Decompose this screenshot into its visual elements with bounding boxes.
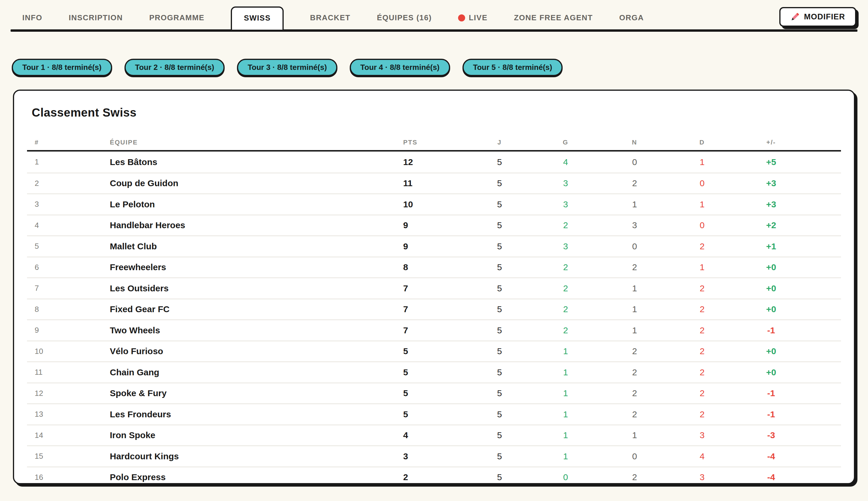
tab-label: ORGA xyxy=(619,13,644,22)
table-row: 10 Vélo Furioso 5 5 1 2 2 +0 xyxy=(27,341,841,362)
tab-bracket[interactable]: BRACKET xyxy=(310,13,351,29)
played-cell: 5 xyxy=(469,157,530,167)
round-pill-3[interactable]: Tour 3 · 8/8 terminé(s) xyxy=(237,59,337,76)
points-cell: 11 xyxy=(378,178,469,188)
goal-diff-cell: +0 xyxy=(736,304,806,314)
losses-cell: 2 xyxy=(668,284,736,294)
points-cell: 12 xyxy=(378,157,469,167)
round-pill-5[interactable]: Tour 5 · 8/8 terminé(s) xyxy=(462,59,563,76)
team-name-cell: Les Bâtons xyxy=(102,157,378,167)
table-row: 8 Fixed Gear FC 7 5 2 1 2 +0 xyxy=(27,299,841,320)
round-pill-list: Tour 1 · 8/8 terminé(s)Tour 2 · 8/8 term… xyxy=(12,59,868,76)
table-row: 1 Les Bâtons 12 5 4 0 1 +5 xyxy=(27,151,841,173)
pencil-icon xyxy=(791,13,799,21)
team-name-cell: Iron Spoke xyxy=(102,430,378,440)
draws-cell: 2 xyxy=(601,178,668,188)
wins-cell: 2 xyxy=(530,220,601,230)
points-cell: 7 xyxy=(378,304,469,314)
tab-info[interactable]: INFO xyxy=(22,13,42,29)
tab-programme[interactable]: PROGRAMME xyxy=(149,13,204,29)
goal-diff-cell: -3 xyxy=(736,430,806,440)
wins-cell: 1 xyxy=(530,346,601,356)
goal-diff-cell: +5 xyxy=(736,157,806,167)
tab-swiss[interactable]: SWISS xyxy=(231,7,283,30)
draws-cell: 0 xyxy=(601,242,668,252)
draws-cell: 2 xyxy=(601,472,668,482)
points-cell: 5 xyxy=(378,388,469,398)
goal-diff-cell: +0 xyxy=(736,262,806,272)
rank-cell: 7 xyxy=(27,284,102,293)
draws-cell: 2 xyxy=(601,346,668,356)
wins-cell: 1 xyxy=(530,367,601,377)
rank-cell: 3 xyxy=(27,200,102,209)
goal-diff-cell: -4 xyxy=(736,472,806,482)
tab-quipes-16[interactable]: ÉQUIPES (16) xyxy=(377,13,432,29)
goal-diff-cell: +3 xyxy=(736,199,806,210)
played-cell: 5 xyxy=(469,304,530,314)
tab-inscription[interactable]: INSCRIPTION xyxy=(69,13,123,29)
rank-cell: 12 xyxy=(27,389,102,398)
rank-cell: 13 xyxy=(27,410,102,419)
draws-cell: 0 xyxy=(601,451,668,461)
round-pill-2[interactable]: Tour 2 · 8/8 terminé(s) xyxy=(125,59,225,76)
points-cell: 7 xyxy=(378,326,469,335)
played-cell: 5 xyxy=(469,178,530,188)
points-cell: 2 xyxy=(378,472,469,482)
col-header-team: ÉQUIPE xyxy=(102,139,378,146)
played-cell: 5 xyxy=(469,367,530,377)
round-pill-1[interactable]: Tour 1 · 8/8 terminé(s) xyxy=(12,59,112,76)
losses-cell: 2 xyxy=(668,242,736,252)
rank-cell: 2 xyxy=(27,179,102,188)
wins-cell: 2 xyxy=(530,326,601,335)
tab-label: ZONE FREE AGENT xyxy=(514,13,593,22)
losses-cell: 4 xyxy=(668,451,736,461)
card-title: Classement Swiss xyxy=(27,106,841,119)
wins-cell: 2 xyxy=(530,262,601,272)
losses-cell: 2 xyxy=(668,409,736,419)
goal-diff-cell: -1 xyxy=(736,388,806,398)
modify-button[interactable]: MODIFIER xyxy=(779,7,856,27)
losses-cell: 2 xyxy=(668,367,736,377)
team-name-cell: Spoke & Fury xyxy=(102,388,378,398)
points-cell: 5 xyxy=(378,367,469,377)
played-cell: 5 xyxy=(469,346,530,356)
points-cell: 5 xyxy=(378,409,469,419)
col-header-n: N xyxy=(601,139,668,146)
col-header-rank: # xyxy=(27,139,102,146)
tab-label: ÉQUIPES (16) xyxy=(377,13,432,22)
played-cell: 5 xyxy=(469,409,530,419)
wins-cell: 4 xyxy=(530,157,601,167)
rank-cell: 8 xyxy=(27,305,102,314)
tab-label: LIVE xyxy=(469,13,487,22)
played-cell: 5 xyxy=(469,451,530,461)
modify-button-label: MODIFIER xyxy=(804,12,845,21)
played-cell: 5 xyxy=(469,284,530,294)
losses-cell: 1 xyxy=(668,262,736,272)
tab-label: INFO xyxy=(22,13,42,22)
goal-diff-cell: +1 xyxy=(736,242,806,252)
points-cell: 10 xyxy=(378,199,469,210)
tab-live[interactable]: LIVE xyxy=(458,13,487,29)
wins-cell: 3 xyxy=(530,178,601,188)
tab-label: SWISS xyxy=(244,13,270,23)
draws-cell: 1 xyxy=(601,199,668,210)
col-header-pts: PTS xyxy=(378,139,469,146)
top-tab-bar: INFOINSCRIPTIONPROGRAMMESWISSBRACKETÉQUI… xyxy=(0,0,868,32)
goal-diff-cell: -4 xyxy=(736,451,806,461)
team-name-cell: Two Wheels xyxy=(102,326,378,335)
goal-diff-cell: +0 xyxy=(736,367,806,377)
rank-cell: 5 xyxy=(27,242,102,251)
losses-cell: 1 xyxy=(668,157,736,167)
losses-cell: 0 xyxy=(668,178,736,188)
round-pill-4[interactable]: Tour 4 · 8/8 terminé(s) xyxy=(350,59,450,76)
tab-list: INFOINSCRIPTIONPROGRAMMESWISSBRACKETÉQUI… xyxy=(22,0,644,29)
tab-orga[interactable]: ORGA xyxy=(619,13,644,29)
wins-cell: 1 xyxy=(530,430,601,440)
team-name-cell: Coup de Guidon xyxy=(102,178,378,188)
goal-diff-cell: +0 xyxy=(736,346,806,356)
played-cell: 5 xyxy=(469,220,530,230)
wins-cell: 1 xyxy=(530,409,601,419)
played-cell: 5 xyxy=(469,430,530,440)
played-cell: 5 xyxy=(469,199,530,210)
tab-zone-free-agent[interactable]: ZONE FREE AGENT xyxy=(514,13,593,29)
